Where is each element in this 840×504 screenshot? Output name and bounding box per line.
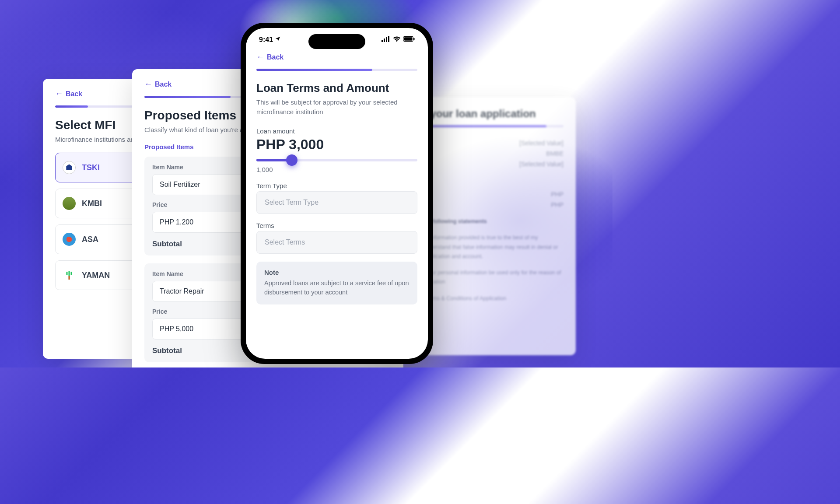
loan-amount-label: Loan amount	[256, 127, 417, 135]
loan-amount-value: PHP 3,000	[256, 136, 417, 153]
tski-logo-icon	[63, 161, 76, 174]
term-type-label: Term Type	[256, 182, 417, 189]
svg-rect-7	[413, 38, 414, 40]
svg-rect-3	[386, 37, 387, 42]
mfi-label: KMBI	[82, 199, 102, 208]
svg-rect-0	[66, 166, 72, 170]
kmbi-logo-icon	[63, 197, 76, 210]
page-subtitle: This will be subject for approval by you…	[256, 98, 417, 117]
loan-amount-slider[interactable]	[256, 159, 417, 161]
yaman-logo-icon	[63, 269, 76, 282]
back-button[interactable]: ← Back	[256, 52, 284, 62]
note-box: Note Approved loans are subject to a ser…	[256, 262, 417, 305]
phone-notch	[308, 34, 365, 49]
svg-rect-6	[404, 37, 413, 40]
cellular-icon	[382, 36, 390, 44]
wifi-icon	[393, 36, 401, 44]
arrow-left-icon: ←	[144, 80, 152, 89]
arrow-left-icon: ←	[256, 52, 264, 62]
back-button[interactable]: ← Back	[55, 89, 82, 98]
mfi-label: ASA	[82, 235, 98, 244]
back-button[interactable]: ← Back	[144, 80, 172, 89]
note-text: Approved loans are subject to a service …	[264, 279, 410, 298]
phone-frame: 9:41 ← Back	[241, 23, 433, 364]
slider-thumb[interactable]	[286, 154, 298, 166]
back-label: Back	[66, 90, 82, 98]
phone-screen: 9:41 ← Back	[246, 28, 428, 359]
page-title: Loan Terms and Amount	[256, 81, 417, 95]
progress-bar	[256, 69, 417, 71]
term-type-select[interactable]: Select Term Type	[256, 191, 417, 214]
slider-min-label: 1,000	[256, 166, 417, 173]
svg-rect-4	[388, 36, 389, 42]
asa-logo-icon	[63, 233, 76, 246]
arrow-left-icon: ←	[55, 89, 63, 98]
mfi-label: TSKI	[82, 163, 100, 172]
back-label: Back	[267, 53, 284, 61]
status-time: 9:41	[259, 36, 273, 44]
location-icon	[275, 36, 281, 44]
battery-icon	[403, 36, 415, 44]
svg-rect-1	[382, 40, 383, 42]
terms-select[interactable]: Select Terms	[256, 231, 417, 254]
back-label: Back	[155, 80, 172, 88]
terms-label: Terms	[256, 222, 417, 229]
note-title: Note	[264, 269, 410, 276]
mfi-label: YAMAN	[82, 271, 110, 280]
svg-rect-2	[384, 38, 385, 42]
